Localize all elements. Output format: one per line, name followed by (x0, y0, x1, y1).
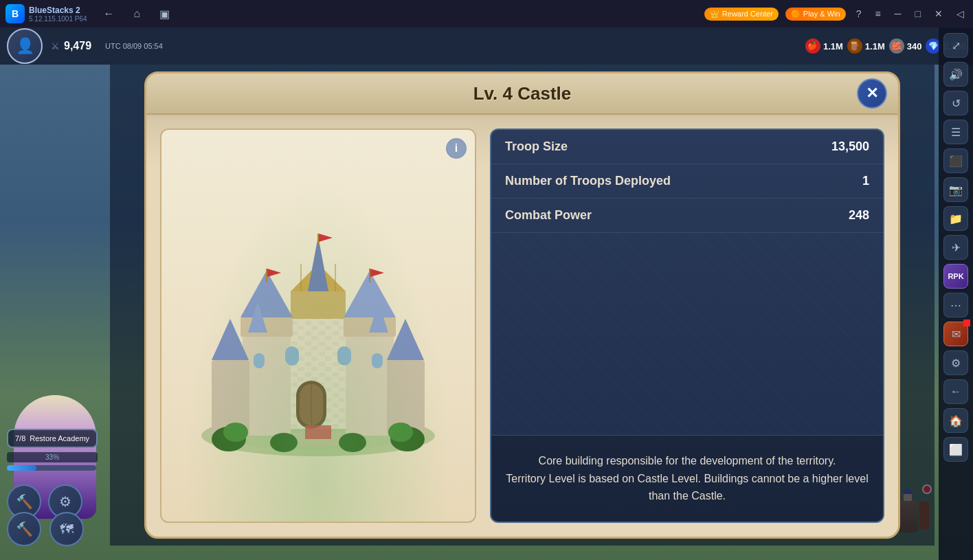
castle-illustration (174, 181, 462, 470)
close-window-button[interactable]: ✕ (931, 7, 946, 21)
svg-marker-27 (241, 271, 293, 317)
sound-button[interactable]: 🔊 (943, 62, 968, 87)
svg-rect-17 (241, 317, 293, 337)
build-button[interactable]: 🔨 (7, 512, 41, 546)
fullscreen-button[interactable]: ⤢ (943, 33, 968, 58)
modal-overlay: Lv. 4 Castle ✕ i (110, 65, 935, 546)
svg-marker-36 (267, 269, 281, 277)
svg-rect-37 (369, 269, 370, 282)
play-win-label: Play & Win (803, 10, 840, 18)
svg-marker-14 (291, 264, 346, 291)
app-logo: B BlueStacks 2 5.12.115.1001 P64 (5, 4, 87, 23)
svg-point-1 (215, 419, 421, 449)
stone-resource: 🧱 340 (889, 38, 922, 54)
troop-size-label: Troop Size (505, 139, 568, 154)
network-button[interactable]: ✈ (943, 235, 968, 260)
home-sidebar-button[interactable]: 🏠 (943, 408, 968, 433)
stone-value: 340 (907, 41, 922, 52)
combat-power-row: Combat Power 248 (491, 199, 883, 233)
screenshot-button[interactable]: 📷 (943, 177, 968, 202)
square-sidebar-button[interactable]: ⬜ (943, 437, 968, 462)
svg-rect-26 (380, 313, 390, 327)
svg-rect-35 (266, 269, 267, 282)
svg-marker-33 (369, 302, 388, 333)
svg-rect-18 (242, 313, 251, 327)
reward-center-label: Reward Center (722, 10, 773, 18)
quest-progress-bar-bg (7, 465, 96, 471)
svg-marker-40 (319, 234, 333, 242)
rpk-button[interactable]: RPK (943, 264, 968, 289)
castle-modal: Lv. 4 Castle ✕ i (144, 71, 900, 539)
titlebar-nav: ← ⌂ ▣ (101, 5, 173, 23)
sidebar-toggle-button[interactable]: ◁ (953, 7, 968, 21)
troops-deployed-value: 1 (862, 174, 869, 188)
svg-rect-4 (270, 319, 366, 429)
svg-rect-19 (254, 313, 263, 327)
svg-rect-5 (296, 381, 326, 429)
close-icon: ✕ (866, 85, 878, 102)
svg-rect-51 (305, 425, 331, 439)
svg-rect-23 (345, 313, 355, 327)
svg-marker-30 (212, 319, 249, 360)
app-logo-icon: B (5, 4, 25, 23)
titlebar: B BlueStacks 2 5.12.115.1001 P64 ← ⌂ ▣ 👑… (0, 0, 973, 27)
files-button[interactable]: 📁 (943, 206, 968, 231)
maximize-button[interactable]: □ (912, 7, 924, 21)
quest-percent-label: 33% (7, 452, 98, 462)
svg-point-45 (212, 427, 246, 451)
description-area: Core building responsible for the develo… (491, 435, 883, 522)
back-nav-button[interactable]: ← (101, 5, 118, 23)
food-icon: 🍎 (805, 38, 820, 54)
settings-button[interactable]: ⚙ (943, 350, 968, 375)
crown-icon: 👑 (710, 10, 719, 19)
minimize-button[interactable]: ─ (891, 7, 905, 21)
back-sidebar-button[interactable]: ← (943, 379, 968, 404)
svg-rect-13 (291, 291, 346, 319)
modal-body: i (146, 115, 898, 537)
player-avatar[interactable]: 👤 (7, 28, 43, 64)
reward-center-button[interactable]: 👑 Reward Center (704, 8, 779, 21)
svg-rect-25 (368, 313, 378, 327)
messages-button[interactable]: ✉ (943, 322, 968, 346)
quest-progress: 7/8 (15, 434, 25, 443)
wood-value: 1.1M (865, 41, 885, 52)
info-button[interactable]: i (446, 138, 467, 159)
svg-marker-32 (248, 302, 267, 333)
svg-marker-29 (344, 271, 396, 317)
record-button[interactable]: ⬛ (943, 148, 968, 173)
play-win-button[interactable]: 🟠 Play & Win (785, 8, 846, 21)
svg-point-2 (284, 431, 353, 447)
svg-point-49 (270, 433, 298, 452)
svg-rect-6 (300, 384, 323, 425)
app-name: BlueStacks 2 (29, 5, 87, 15)
combat-power-value: 248 (849, 208, 869, 223)
map-button[interactable]: 🗺 (49, 512, 84, 546)
wood-resource: 🪵 1.1M (847, 38, 885, 54)
windows-nav-button[interactable]: ▣ (157, 5, 172, 23)
menu-button[interactable]: ☰ (943, 120, 968, 144)
stats-spacer (491, 233, 883, 435)
svg-rect-24 (357, 313, 366, 327)
svg-marker-28 (241, 271, 293, 317)
svg-rect-43 (254, 353, 265, 368)
quest-container: 7/8 Restore Academy 33% (7, 429, 98, 471)
description-text: Core building responsible for the develo… (505, 452, 869, 505)
combat-power-label: Combat Power (505, 208, 592, 223)
more-button[interactable]: ⋯ (943, 293, 968, 317)
help-button[interactable]: ? (853, 7, 865, 21)
notification-dot (963, 320, 970, 326)
svg-point-50 (339, 433, 366, 452)
svg-rect-22 (344, 317, 396, 337)
modal-close-button[interactable]: ✕ (857, 78, 887, 109)
quest-card[interactable]: 7/8 Restore Academy (7, 429, 98, 448)
troop-size-row: Troop Size 13,500 (491, 130, 883, 164)
home-nav-button[interactable]: ⌂ (131, 5, 144, 23)
troops-deployed-row: Number of Troops Deployed 1 (491, 164, 883, 199)
svg-rect-10 (212, 360, 249, 436)
svg-rect-3 (270, 319, 366, 429)
svg-marker-34 (308, 236, 328, 291)
rotate-button[interactable]: ↺ (943, 91, 968, 115)
modal-header: Lv. 4 Castle ✕ (146, 74, 898, 115)
food-resource: 🍎 1.1M (805, 38, 843, 54)
hamburger-button[interactable]: ≡ (871, 7, 884, 21)
